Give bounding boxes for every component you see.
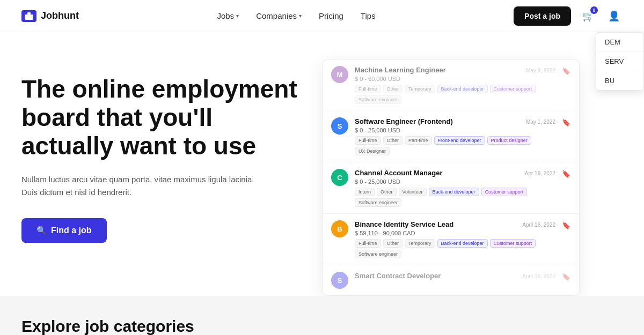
explore-section: Explore job categories Morbi eget libero… [0, 296, 644, 335]
hero-left: The online employment board that you'll … [21, 64, 301, 243]
hero-right: M Machine Learning Engineer May 9, 2022 … [322, 59, 623, 296]
job-info: Software Engineer (Frontend) May 1, 2022… [355, 117, 555, 155]
dropdown-item-serv[interactable]: SERV [596, 52, 643, 71]
brand-name: Jobhunt [41, 10, 79, 21]
nav-links: Jobs ▾ Companies ▾ Pricing Tips [217, 11, 375, 20]
job-title: Binance Identity Service Lead [355, 220, 453, 228]
job-title-row: Smart Contract Developer April 15, 2022 [355, 272, 555, 280]
job-tags: InternOtherVolunteerBack-end developerCu… [355, 188, 555, 207]
svg-rect-0 [25, 14, 33, 20]
find-job-button[interactable]: 🔍 Find a job [21, 218, 107, 243]
job-tag: Other [383, 136, 403, 145]
job-tag: Customer support [481, 188, 528, 196]
hero-subtitle: Nullam luctus arcu vitae quam porta, vit… [21, 173, 258, 199]
nav-jobs[interactable]: Jobs ▾ [217, 11, 239, 20]
job-tag: Product designer [487, 136, 531, 145]
job-date: May 9, 2022 [526, 68, 555, 73]
job-tags: Full-timeOtherTemporaryBack-end develope… [355, 85, 555, 104]
job-tag: Front-end developer [434, 136, 485, 145]
cart-button[interactable]: 🛒 0 [580, 8, 597, 25]
job-info: Machine Learning Engineer May 9, 2022 $ … [355, 66, 555, 104]
job-row[interactable]: S Software Engineer (Frontend) May 1, 20… [323, 111, 579, 162]
job-title-row: Software Engineer (Frontend) May 1, 2022 [355, 117, 555, 125]
svg-rect-1 [27, 12, 31, 14]
job-tag: Software engineer [355, 250, 401, 258]
job-title: Channel Account Manager [355, 169, 442, 177]
hero-section: The online employment board that you'll … [0, 32, 644, 296]
job-avatar: B [331, 220, 348, 237]
job-tag: Back-end developer [437, 85, 488, 93]
job-tag: Full-time [355, 85, 381, 93]
job-tags: Full-timeOtherPart-timeFront-end develop… [355, 136, 555, 155]
job-row[interactable]: C Channel Account Manager Apr 19, 2022 $… [323, 162, 579, 214]
job-date: May 1, 2022 [526, 119, 555, 125]
job-date: April 15, 2022 [522, 273, 555, 279]
job-title: Software Engineer (Frontend) [355, 117, 453, 125]
job-info: Channel Account Manager Apr 19, 2022 $ 0… [355, 169, 555, 207]
job-tag: Intern [355, 188, 375, 196]
job-tag: Temporary [405, 85, 435, 93]
job-row[interactable]: S Smart Contract Developer April 15, 202… [323, 265, 579, 295]
cart-badge: 0 [590, 6, 598, 14]
job-tag: Other [377, 188, 397, 196]
job-tag: Full-time [355, 136, 381, 145]
navbar-actions: Post a job 🛒 0 👤 [514, 6, 623, 26]
bookmark-icon[interactable]: 🔖 [562, 67, 570, 75]
jobs-chevron: ▾ [236, 13, 239, 19]
bookmark-icon[interactable]: 🔖 [562, 170, 570, 178]
user-icon: 👤 [608, 10, 620, 22]
job-tag: Volunteer [399, 188, 427, 196]
dropdown-item-dem[interactable]: DEM [596, 33, 643, 52]
job-row[interactable]: B Binance Identity Service Lead April 16… [323, 214, 579, 265]
job-tag: Customer support [490, 85, 536, 93]
job-title-row: Machine Learning Engineer May 9, 2022 [355, 66, 555, 74]
navbar: Jobhunt Jobs ▾ Companies ▾ Pricing Tips … [0, 0, 644, 32]
job-tag: Back-end developer [437, 239, 488, 248]
job-avatar: C [331, 169, 348, 186]
companies-label: Companies [256, 11, 297, 20]
companies-dropdown: DEM SERV BU [596, 32, 644, 91]
jobs-panel: M Machine Learning Engineer May 9, 2022 … [322, 59, 580, 296]
job-tag: Full-time [355, 239, 381, 248]
nav-tips[interactable]: Tips [361, 11, 376, 20]
user-button[interactable]: 👤 [605, 8, 623, 25]
job-tag: Back-end developer [429, 188, 479, 196]
dropdown-item-bu[interactable]: BU [596, 71, 643, 90]
job-info: Binance Identity Service Lead April 16, … [355, 220, 555, 258]
job-salary: $ 0 - 25,000 USD [355, 178, 555, 185]
explore-title: Explore job categories [21, 317, 623, 335]
search-icon: 🔍 [36, 226, 47, 235]
job-title: Smart Contract Developer [355, 272, 441, 280]
job-row[interactable]: M Machine Learning Engineer May 9, 2022 … [323, 59, 579, 111]
job-avatar: M [331, 66, 348, 83]
job-tag: Software engineer [355, 95, 401, 104]
job-salary: $ 0 - 60,000 USD [355, 76, 555, 82]
job-avatar: S [331, 272, 348, 289]
pricing-label: Pricing [319, 11, 343, 20]
job-title: Machine Learning Engineer [355, 66, 446, 74]
job-info: Smart Contract Developer April 15, 2022 [355, 272, 555, 281]
post-job-button[interactable]: Post a job [514, 6, 571, 26]
job-tag: Software engineer [355, 198, 401, 207]
job-tag: Part-time [405, 136, 432, 145]
job-date: Apr 19, 2022 [525, 170, 555, 176]
find-job-label: Find a job [51, 226, 92, 235]
hero-title: The online employment board that you'll … [21, 75, 301, 160]
jobs-label: Jobs [217, 11, 234, 20]
job-tag: Other [383, 239, 403, 248]
bookmark-icon[interactable]: 🔖 [562, 273, 570, 281]
job-salary: $ 0 - 25,000 USD [355, 127, 555, 133]
job-salary: $ 59,110 - 90,000 CAD [355, 230, 555, 236]
job-title-row: Binance Identity Service Lead April 16, … [355, 220, 555, 228]
brand-logo[interactable]: Jobhunt [21, 10, 79, 22]
nav-pricing[interactable]: Pricing [319, 11, 343, 20]
job-tag: Other [383, 85, 403, 93]
bookmark-icon[interactable]: 🔖 [562, 221, 570, 229]
job-tag: Temporary [405, 239, 435, 248]
job-tag: UX Designer [355, 147, 390, 155]
tips-label: Tips [361, 11, 376, 20]
bookmark-icon[interactable]: 🔖 [562, 118, 570, 126]
job-title-row: Channel Account Manager Apr 19, 2022 [355, 169, 555, 177]
nav-companies[interactable]: Companies ▾ [256, 11, 302, 20]
job-date: April 16, 2022 [522, 222, 555, 228]
